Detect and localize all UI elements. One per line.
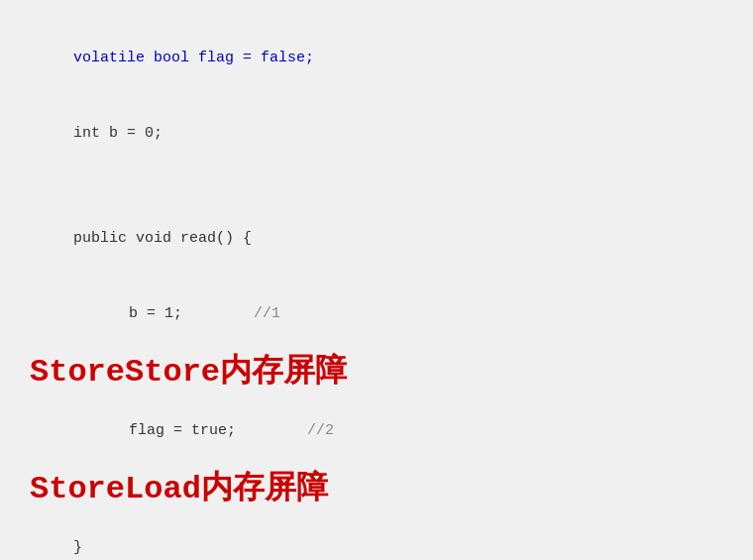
barrier-store-store: StoreStore内存屏障 — [30, 352, 733, 393]
barrier-store-load: StoreLoad内存屏障 — [30, 469, 733, 510]
line-read-close: } — [20, 510, 733, 560]
line-read-signature: public void read() { — [20, 200, 733, 277]
empty-line-1 — [20, 179, 733, 200]
code-editor: volatile bool flag = false; int b = 0; p… — [20, 20, 733, 560]
line-int-b: int b = 0; — [20, 96, 733, 172]
line-b-assign: b = 1; //1 — [40, 277, 733, 353]
read-method: public void read() { b = 1; //1 StoreSto… — [20, 200, 733, 560]
variable-declarations: volatile bool flag = false; int b = 0; — [20, 20, 733, 171]
line-volatile: volatile bool flag = false; — [20, 20, 733, 96]
line-flag-assign: flag = true; //2 — [40, 393, 733, 470]
